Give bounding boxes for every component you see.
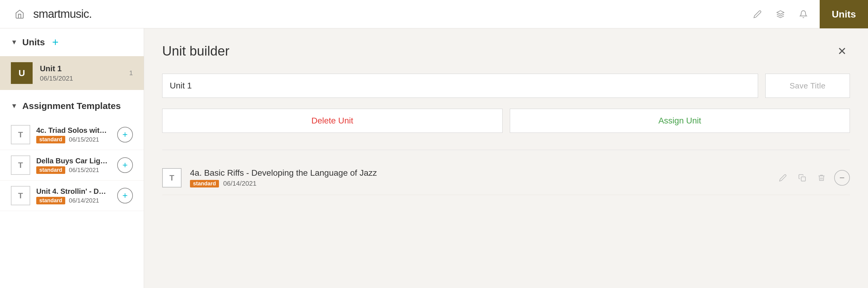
assignment-delete-icon[interactable] [815, 171, 828, 185]
assignment-info: 4a. Basic Riffs - Developing the Languag… [190, 168, 768, 188]
assignment-edit-icon[interactable] [776, 171, 789, 185]
assignment-meta: standard 06/14/2021 [190, 180, 768, 188]
bell-icon[interactable] [797, 7, 810, 21]
assignment-row: T 4a. Basic Riffs - Developing the Langu… [162, 161, 850, 195]
unit-item[interactable]: U Unit 1 06/15/2021 1 [0, 56, 144, 90]
template-item-3[interactable]: T Unit 4. Strollin' - Demo - ... standar… [0, 181, 144, 211]
template-info-2: Della Buys Car Lights, K... standard 06/… [36, 157, 111, 174]
unit-avatar: U [11, 62, 33, 84]
sidebar: ▼ Units + U Unit 1 06/15/2021 1 ▼ Assign… [0, 28, 144, 288]
top-nav: smartmusic. [0, 0, 868, 28]
template-add-button-2[interactable]: + [117, 157, 133, 173]
assignment-copy-icon[interactable] [796, 171, 809, 185]
content-area: Unit builder ✕ Save Title Delete Unit As… [144, 28, 868, 288]
units-triangle-icon: ▼ [11, 38, 18, 46]
assignment-avatar: T [162, 168, 182, 188]
templates-section-title: Assignment Templates [22, 101, 121, 111]
assignment-name: 4a. Basic Riffs - Developing the Languag… [190, 168, 768, 178]
template-meta-2: standard 06/15/2021 [36, 166, 111, 174]
unit-count: 1 [129, 69, 133, 77]
units-add-button[interactable]: + [52, 37, 59, 48]
close-button[interactable]: ✕ [834, 43, 850, 59]
pencil-icon[interactable] [751, 7, 764, 21]
template-date-3: 06/14/2021 [69, 197, 99, 204]
template-badge-3: standard [36, 197, 65, 204]
template-date-1: 06/15/2021 [69, 136, 99, 143]
logo: smartmusic. [33, 7, 92, 21]
assignment-actions: − [776, 170, 850, 186]
unit-date: 06/15/2021 [40, 74, 122, 83]
template-add-button-1[interactable]: + [117, 127, 133, 142]
template-info-3: Unit 4. Strollin' - Demo - ... standard … [36, 187, 111, 204]
template-avatar-2: T [11, 156, 30, 175]
template-name-2: Della Buys Car Lights, K... [36, 157, 109, 165]
units-tab[interactable]: Units [820, 0, 868, 28]
assign-unit-button[interactable]: Assign Unit [510, 109, 850, 133]
templates-section-header: ▼ Assignment Templates [0, 92, 144, 120]
template-badge-1: standard [36, 136, 65, 143]
unit-builder-title: Unit builder [162, 43, 229, 59]
units-section-header: ▼ Units + [0, 28, 144, 56]
template-name-3: Unit 4. Strollin' - Demo - ... [36, 187, 109, 196]
templates-section: ▼ Assignment Templates T 4c. Triad Solos… [0, 90, 144, 211]
delete-unit-button[interactable]: Delete Unit [162, 109, 502, 133]
unit-builder-header: Unit builder ✕ [162, 43, 850, 59]
template-add-button-3[interactable]: + [117, 188, 133, 203]
template-avatar-3: T [11, 186, 30, 205]
template-item-1[interactable]: T 4c. Triad Solos with Voic... standard … [0, 120, 144, 150]
template-name-1: 4c. Triad Solos with Voic... [36, 126, 109, 135]
svg-marker-0 [777, 10, 784, 14]
template-info-1: 4c. Triad Solos with Voic... standard 06… [36, 126, 111, 143]
units-section-title: Units [22, 37, 45, 47]
home-icon[interactable] [12, 7, 27, 22]
svg-rect-4 [801, 177, 805, 181]
template-meta-3: standard 06/14/2021 [36, 197, 111, 204]
templates-triangle-icon: ▼ [11, 102, 18, 110]
unit-title-input[interactable] [162, 74, 758, 98]
template-date-2: 06/15/2021 [69, 167, 99, 173]
unit-info: Unit 1 06/15/2021 [40, 64, 122, 83]
template-meta-1: standard 06/15/2021 [36, 136, 111, 143]
template-avatar-1: T [11, 125, 30, 144]
layers-icon[interactable] [774, 7, 787, 21]
unit-name: Unit 1 [40, 64, 122, 73]
assignment-badge: standard [190, 180, 219, 188]
title-row: Save Title [162, 74, 850, 98]
action-row: Delete Unit Assign Unit [162, 109, 850, 133]
template-badge-2: standard [36, 166, 65, 174]
assignment-date: 06/14/2021 [223, 180, 256, 188]
main-layout: ▼ Units + U Unit 1 06/15/2021 1 ▼ Assign… [0, 28, 868, 288]
template-item-2[interactable]: T Della Buys Car Lights, K... standard 0… [0, 150, 144, 181]
save-title-button[interactable]: Save Title [765, 74, 850, 98]
assignment-remove-button[interactable]: − [834, 170, 850, 186]
